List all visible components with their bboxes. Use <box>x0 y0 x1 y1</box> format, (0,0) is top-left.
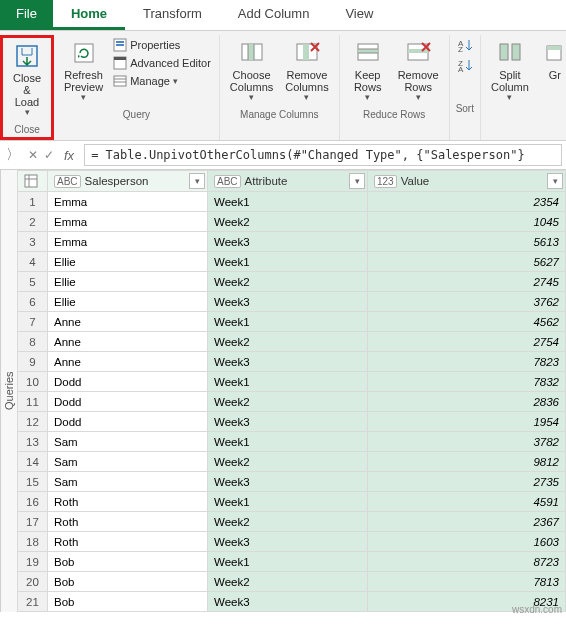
cell-value[interactable]: 2354 <box>368 192 566 212</box>
cell-salesperson[interactable]: Dodd <box>48 392 208 412</box>
commit-formula-icon[interactable]: ✓ <box>44 148 54 162</box>
properties-button[interactable]: Properties <box>111 37 213 53</box>
row-number[interactable]: 11 <box>18 392 48 412</box>
cell-value[interactable]: 1954 <box>368 412 566 432</box>
remove-columns-button[interactable]: Remove Columns <box>281 37 332 105</box>
queries-pane-tab[interactable]: Queries <box>0 170 17 612</box>
cell-attribute[interactable]: Week1 <box>208 252 368 272</box>
table-row[interactable]: 11DoddWeek22836 <box>18 392 566 412</box>
cell-salesperson[interactable]: Bob <box>48 592 208 612</box>
cell-salesperson[interactable]: Sam <box>48 432 208 452</box>
select-all-corner[interactable] <box>18 171 48 192</box>
table-row[interactable]: 14SamWeek29812 <box>18 452 566 472</box>
cell-salesperson[interactable]: Bob <box>48 552 208 572</box>
manage-button[interactable]: Manage <box>111 73 213 89</box>
cell-attribute[interactable]: Week2 <box>208 572 368 592</box>
sort-desc-button[interactable]: ZA <box>456 57 474 73</box>
table-row[interactable]: 20BobWeek27813 <box>18 572 566 592</box>
table-row[interactable]: 12DoddWeek31954 <box>18 412 566 432</box>
cell-salesperson[interactable]: Sam <box>48 472 208 492</box>
cell-salesperson[interactable]: Roth <box>48 532 208 552</box>
cell-attribute[interactable]: Week2 <box>208 212 368 232</box>
cell-attribute[interactable]: Week2 <box>208 272 368 292</box>
add-column-tab[interactable]: Add Column <box>220 0 328 30</box>
table-row[interactable]: 18RothWeek31603 <box>18 532 566 552</box>
filter-salesperson[interactable]: ▾ <box>189 173 205 189</box>
cell-attribute[interactable]: Week3 <box>208 352 368 372</box>
cell-value[interactable]: 3782 <box>368 432 566 452</box>
group-by-button[interactable]: Gr <box>537 37 566 83</box>
cell-attribute[interactable]: Week3 <box>208 532 368 552</box>
cell-salesperson[interactable]: Roth <box>48 512 208 532</box>
expand-queries-toggle[interactable]: 〉 <box>4 146 22 164</box>
close-and-load-button[interactable]: Close & Load <box>5 40 49 120</box>
table-row[interactable]: 17RothWeek22367 <box>18 512 566 532</box>
cell-attribute[interactable]: Week2 <box>208 452 368 472</box>
cell-salesperson[interactable]: Emma <box>48 212 208 232</box>
cell-attribute[interactable]: Week1 <box>208 372 368 392</box>
cell-attribute[interactable]: Week1 <box>208 312 368 332</box>
row-number[interactable]: 20 <box>18 572 48 592</box>
cell-attribute[interactable]: Week1 <box>208 552 368 572</box>
cell-salesperson[interactable]: Sam <box>48 452 208 472</box>
cell-attribute[interactable]: Week1 <box>208 192 368 212</box>
cancel-formula-icon[interactable]: ✕ <box>28 148 38 162</box>
cell-attribute[interactable]: Week2 <box>208 512 368 532</box>
cell-salesperson[interactable]: Ellie <box>48 272 208 292</box>
cell-value[interactable]: 1045 <box>368 212 566 232</box>
cell-value[interactable]: 2836 <box>368 392 566 412</box>
transform-tab[interactable]: Transform <box>125 0 220 30</box>
row-number[interactable]: 10 <box>18 372 48 392</box>
table-row[interactable]: 1EmmaWeek12354 <box>18 192 566 212</box>
advanced-editor-button[interactable]: Advanced Editor <box>111 55 213 71</box>
cell-value[interactable]: 2735 <box>368 472 566 492</box>
cell-attribute[interactable]: Week3 <box>208 592 368 612</box>
cell-value[interactable]: 2367 <box>368 512 566 532</box>
row-number[interactable]: 1 <box>18 192 48 212</box>
cell-salesperson[interactable]: Ellie <box>48 252 208 272</box>
cell-attribute[interactable]: Week3 <box>208 412 368 432</box>
cell-salesperson[interactable]: Emma <box>48 192 208 212</box>
cell-attribute[interactable]: Week1 <box>208 492 368 512</box>
table-row[interactable]: 15SamWeek32735 <box>18 472 566 492</box>
cell-value[interactable]: 5627 <box>368 252 566 272</box>
cell-salesperson[interactable]: Bob <box>48 572 208 592</box>
cell-value[interactable]: 7813 <box>368 572 566 592</box>
table-row[interactable]: 13SamWeek13782 <box>18 432 566 452</box>
row-number[interactable]: 7 <box>18 312 48 332</box>
row-number[interactable]: 6 <box>18 292 48 312</box>
row-number[interactable]: 12 <box>18 412 48 432</box>
row-number[interactable]: 9 <box>18 352 48 372</box>
cell-salesperson[interactable]: Anne <box>48 312 208 332</box>
row-number[interactable]: 2 <box>18 212 48 232</box>
cell-value[interactable]: 3762 <box>368 292 566 312</box>
row-number[interactable]: 14 <box>18 452 48 472</box>
row-number[interactable]: 8 <box>18 332 48 352</box>
row-number[interactable]: 15 <box>18 472 48 492</box>
cell-value[interactable]: 7823 <box>368 352 566 372</box>
table-row[interactable]: 5EllieWeek22745 <box>18 272 566 292</box>
remove-rows-button[interactable]: Remove Rows <box>394 37 443 105</box>
filter-value[interactable]: ▾ <box>547 173 563 189</box>
cell-salesperson[interactable]: Dodd <box>48 372 208 392</box>
row-number[interactable]: 21 <box>18 592 48 612</box>
formula-input[interactable]: = Table.UnpivotOtherColumns(#"Changed Ty… <box>84 144 562 166</box>
column-header-salesperson[interactable]: ABCSalesperson ▾ <box>48 171 208 192</box>
table-row[interactable]: 10DoddWeek17832 <box>18 372 566 392</box>
cell-value[interactable]: 4562 <box>368 312 566 332</box>
cell-salesperson[interactable]: Roth <box>48 492 208 512</box>
cell-value[interactable]: 8723 <box>368 552 566 572</box>
table-row[interactable]: 16RothWeek14591 <box>18 492 566 512</box>
view-tab[interactable]: View <box>327 0 391 30</box>
keep-rows-button[interactable]: Keep Rows <box>346 37 390 105</box>
cell-value[interactable]: 1603 <box>368 532 566 552</box>
cell-salesperson[interactable]: Ellie <box>48 292 208 312</box>
cell-attribute[interactable]: Week2 <box>208 392 368 412</box>
cell-value[interactable]: 4591 <box>368 492 566 512</box>
table-row[interactable]: 2EmmaWeek21045 <box>18 212 566 232</box>
cell-value[interactable]: 9812 <box>368 452 566 472</box>
table-row[interactable]: 7AnneWeek14562 <box>18 312 566 332</box>
cell-value[interactable]: 2745 <box>368 272 566 292</box>
column-header-value[interactable]: 123Value ▾ <box>368 171 566 192</box>
row-number[interactable]: 18 <box>18 532 48 552</box>
